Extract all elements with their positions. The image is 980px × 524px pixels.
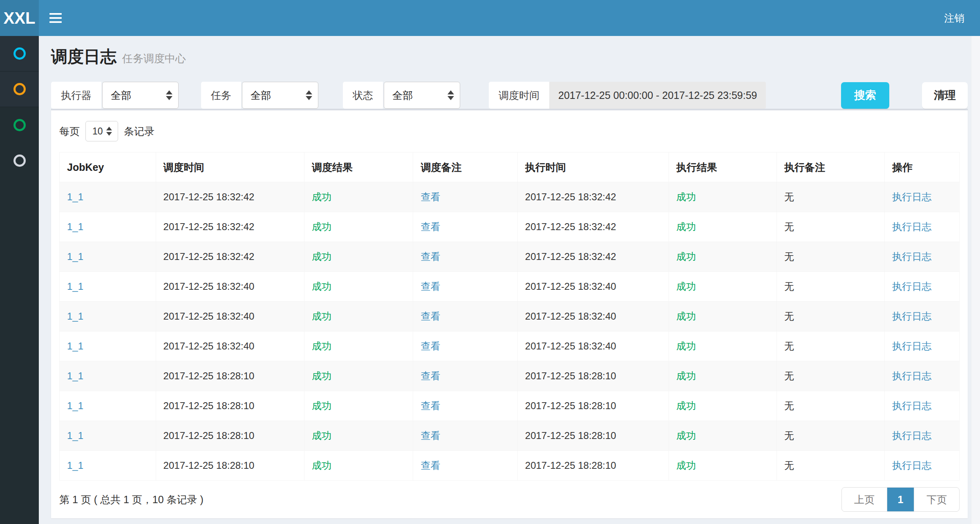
- log-table: JobKey调度时间调度结果调度备注执行时间执行结果执行备注操作 1_12017…: [59, 152, 960, 481]
- trigger-result: 成功: [304, 421, 413, 451]
- trigger-time: 2017-12-25 18:28:10: [156, 421, 304, 451]
- trigger-msg-link[interactable]: 查看: [413, 212, 517, 242]
- hamburger-icon: [49, 13, 62, 15]
- column-header: 调度备注: [413, 152, 517, 182]
- handle-time: 2017-12-25 18:32:42: [517, 182, 669, 212]
- column-header: 操作: [885, 152, 960, 182]
- status-filter-group: 状态 全部: [343, 82, 460, 109]
- execute-log-link[interactable]: 执行日志: [885, 272, 960, 302]
- trigger-msg-link[interactable]: 查看: [413, 391, 517, 421]
- trigger-msg-link[interactable]: 查看: [413, 272, 517, 302]
- trigger-time: 2017-12-25 18:32:42: [156, 182, 304, 212]
- next-page-button[interactable]: 下页: [914, 488, 959, 511]
- sidebar-item-2[interactable]: [0, 72, 39, 107]
- handle-msg: 无: [776, 361, 884, 391]
- handle-msg: 无: [776, 302, 884, 331]
- column-header: 调度结果: [304, 152, 413, 182]
- handle-result: 成功: [669, 242, 776, 272]
- page-size-value: 10: [92, 126, 103, 137]
- handle-time: 2017-12-25 18:32:42: [517, 242, 669, 272]
- job-key-link[interactable]: 1_1: [60, 391, 156, 421]
- handle-result: 成功: [669, 272, 776, 302]
- job-key-link[interactable]: 1_1: [60, 242, 156, 272]
- circle-icon: [13, 83, 26, 95]
- prev-page-button[interactable]: 上页: [842, 488, 887, 511]
- execute-log-link[interactable]: 执行日志: [885, 182, 960, 212]
- executor-filter-label: 执行器: [51, 82, 101, 109]
- handle-result: 成功: [669, 331, 776, 361]
- job-select[interactable]: 全部: [242, 82, 318, 109]
- current-page-button[interactable]: 1: [887, 488, 914, 511]
- logout-link[interactable]: 注销: [944, 11, 964, 25]
- sidebar: [0, 36, 39, 524]
- trigger-time: 2017-12-25 18:28:10: [156, 391, 304, 421]
- sidebar-item-3[interactable]: [0, 107, 39, 143]
- job-key-link[interactable]: 1_1: [60, 212, 156, 242]
- table-header-row: JobKey调度时间调度结果调度备注执行时间执行结果执行备注操作: [60, 152, 960, 182]
- execute-log-link[interactable]: 执行日志: [885, 331, 960, 361]
- trigger-msg-link[interactable]: 查看: [413, 242, 517, 272]
- table-row: 1_12017-12-25 18:32:40成功查看2017-12-25 18:…: [60, 331, 960, 361]
- filter-toolbar: 执行器 全部 任务 全部 状态 全部 调度时间 2017-12-25 00:00…: [51, 82, 968, 109]
- execute-log-link[interactable]: 执行日志: [885, 302, 960, 331]
- execute-log-link[interactable]: 执行日志: [885, 242, 960, 272]
- trigger-result: 成功: [304, 182, 413, 212]
- navbar: 注销: [39, 0, 980, 36]
- search-button[interactable]: 搜索: [841, 82, 889, 109]
- execute-log-link[interactable]: 执行日志: [885, 361, 960, 391]
- trigger-time: 2017-12-25 18:32:40: [156, 302, 304, 331]
- job-key-link[interactable]: 1_1: [60, 331, 156, 361]
- handle-time: 2017-12-25 18:28:10: [517, 391, 669, 421]
- handle-time: 2017-12-25 18:28:10: [517, 361, 669, 391]
- sidebar-item-1[interactable]: [0, 36, 39, 72]
- page-size-select[interactable]: 10: [85, 121, 118, 141]
- job-key-link[interactable]: 1_1: [60, 421, 156, 451]
- handle-time: 2017-12-25 18:28:10: [517, 451, 669, 481]
- handle-msg: 无: [776, 451, 884, 481]
- trigger-msg-link[interactable]: 查看: [413, 451, 517, 481]
- sidebar-toggle-button[interactable]: [49, 6, 74, 30]
- job-key-link[interactable]: 1_1: [60, 302, 156, 331]
- job-filter-group: 任务 全部: [201, 82, 318, 109]
- trigger-msg-link[interactable]: 查看: [413, 302, 517, 331]
- page-subtitle: 任务调度中心: [122, 52, 186, 65]
- execute-log-link[interactable]: 执行日志: [885, 391, 960, 421]
- handle-time: 2017-12-25 18:32:42: [517, 212, 669, 242]
- table-row: 1_12017-12-25 18:32:42成功查看2017-12-25 18:…: [60, 212, 960, 242]
- trigger-result: 成功: [304, 391, 413, 421]
- job-key-link[interactable]: 1_1: [60, 451, 156, 481]
- pagination-info: 第 1 页 ( 总共 1 页，10 条记录 ): [59, 493, 204, 506]
- clear-log-button[interactable]: 清理: [922, 82, 968, 109]
- job-key-link[interactable]: 1_1: [60, 182, 156, 212]
- job-key-link[interactable]: 1_1: [60, 361, 156, 391]
- trigger-msg-link[interactable]: 查看: [413, 421, 517, 451]
- trigger-result: 成功: [304, 242, 413, 272]
- trigger-msg-link[interactable]: 查看: [413, 361, 517, 391]
- status-filter-label: 状态: [343, 82, 383, 109]
- handle-msg: 无: [776, 272, 884, 302]
- circle-icon: [13, 155, 26, 167]
- trigger-time-range-input[interactable]: 2017-12-25 00:00:00 - 2017-12-25 23:59:5…: [549, 82, 766, 109]
- column-header: 执行时间: [517, 152, 669, 182]
- execute-log-link[interactable]: 执行日志: [885, 451, 960, 481]
- handle-msg: 无: [776, 391, 884, 421]
- executor-select[interactable]: 全部: [102, 82, 179, 109]
- executor-select-value: 全部: [111, 90, 131, 101]
- trigger-time-filter-label: 调度时间: [489, 82, 549, 109]
- trigger-msg-link[interactable]: 查看: [413, 182, 517, 212]
- trigger-msg-link[interactable]: 查看: [413, 331, 517, 361]
- app-logo[interactable]: XXL: [0, 0, 39, 36]
- scrollbar-track[interactable]: [971, 36, 980, 524]
- execute-log-link[interactable]: 执行日志: [885, 212, 960, 242]
- top-navbar: XXL 注销: [0, 0, 980, 36]
- page-size-prefix-label: 每页: [59, 125, 80, 138]
- execute-log-link[interactable]: 执行日志: [885, 421, 960, 451]
- sidebar-item-4[interactable]: [0, 143, 39, 178]
- pagination: 上页 1 下页: [841, 487, 960, 512]
- trigger-result: 成功: [304, 331, 413, 361]
- status-select[interactable]: 全部: [384, 82, 460, 109]
- trigger-result: 成功: [304, 212, 413, 242]
- table-row: 1_12017-12-25 18:28:10成功查看2017-12-25 18:…: [60, 391, 960, 421]
- hamburger-icon: [49, 17, 62, 19]
- job-key-link[interactable]: 1_1: [60, 272, 156, 302]
